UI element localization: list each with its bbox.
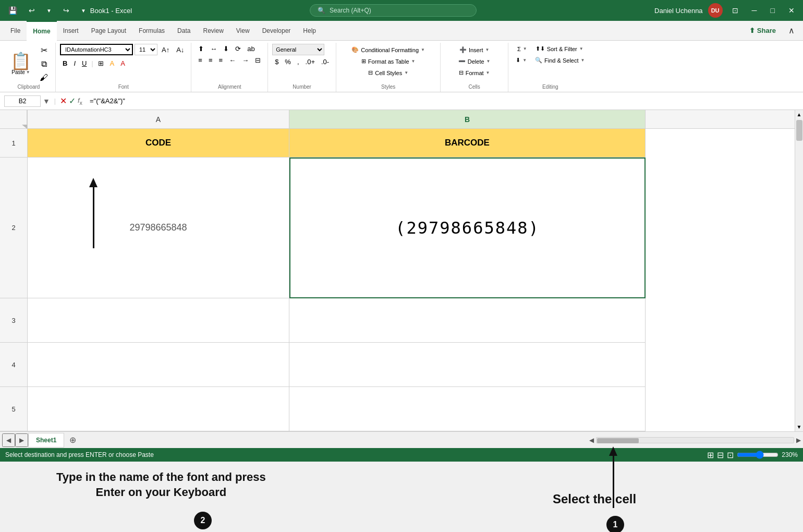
cell-b5[interactable] <box>289 387 646 431</box>
wrap-text-button[interactable]: ab <box>245 44 257 54</box>
user-avatar[interactable]: DU <box>708 3 723 18</box>
cell-b2[interactable]: (29798665848) <box>289 158 646 298</box>
tab-review[interactable]: Review <box>197 21 229 41</box>
align-top-button[interactable]: ⬆ <box>196 44 206 54</box>
align-right-button[interactable]: ≡ <box>216 55 226 65</box>
cell-styles-button[interactable]: ⊟ Cell Styles ▼ <box>365 68 411 78</box>
undo-dropdown[interactable]: ▼ <box>42 6 56 16</box>
redo-button[interactable]: ↪ <box>59 4 74 17</box>
tab-page-layout[interactable]: Page Layout <box>85 21 132 41</box>
align-center-button[interactable]: ≡ <box>206 55 215 65</box>
tab-data[interactable]: Data <box>171 21 197 41</box>
close-button[interactable]: ✕ <box>784 4 799 17</box>
page-break-view-button[interactable]: ⊡ <box>727 450 734 460</box>
format-painter-button[interactable]: 🖌 <box>36 71 51 84</box>
tab-view[interactable]: View <box>230 21 256 41</box>
align-left-button[interactable]: ≡ <box>196 55 205 65</box>
font-name-select[interactable]: IDAutomationHC3 <box>60 44 133 55</box>
save-button[interactable]: 💾 <box>4 4 21 17</box>
row-header-1[interactable]: 1 <box>0 129 27 158</box>
tab-developer[interactable]: Developer <box>256 21 297 41</box>
cell-a5[interactable] <box>28 387 289 431</box>
row-header-4[interactable]: 4 <box>0 343 27 387</box>
ribbon-display-options[interactable]: ⊡ <box>728 4 743 17</box>
cell-b4[interactable] <box>289 343 646 387</box>
row-header-3[interactable]: 3 <box>0 298 27 343</box>
cell-a2[interactable]: 29798665848 <box>28 158 289 298</box>
borders-button[interactable]: ⊞ <box>95 58 106 68</box>
tab-home[interactable]: Home <box>27 21 56 41</box>
h-scroll-thumb[interactable] <box>597 438 639 443</box>
tab-file[interactable]: File <box>4 21 27 41</box>
font-grow-button[interactable]: A↑ <box>159 45 172 55</box>
cell-b1[interactable]: BARCODE <box>289 129 646 158</box>
font-color-button[interactable]: A <box>118 58 128 68</box>
text-angle-button[interactable]: ⟳ <box>233 44 244 54</box>
number-format-select[interactable]: General <box>272 44 324 55</box>
tab-insert[interactable]: Insert <box>57 21 85 41</box>
horizontal-scrollbar[interactable] <box>596 437 794 443</box>
bold-button[interactable]: B <box>60 58 70 68</box>
currency-button[interactable]: $ <box>272 57 281 67</box>
delete-cells-button[interactable]: ➖ Delete ▼ <box>455 56 494 66</box>
cut-button[interactable]: ✂ <box>36 44 51 57</box>
cell-a3[interactable] <box>28 298 289 343</box>
sheet-left-nav[interactable]: ◀ <box>2 433 15 447</box>
insert-cells-button[interactable]: ➕ Insert ▼ <box>456 45 492 55</box>
cancel-formula-button[interactable]: ✕ <box>60 96 67 106</box>
formula-input[interactable] <box>87 95 799 106</box>
decrease-decimal-button[interactable]: .0- <box>319 57 332 67</box>
paste-dropdown-arrow[interactable]: ▼ <box>26 70 30 75</box>
row-header-2[interactable]: 2 <box>0 158 27 298</box>
col-header-a[interactable]: A <box>28 110 289 128</box>
format-cells-button[interactable]: ⊟ Format ▼ <box>456 68 493 78</box>
tab-help[interactable]: Help <box>297 21 322 41</box>
col-header-b[interactable]: B <box>289 110 646 128</box>
fill-color-button[interactable]: A <box>107 58 117 68</box>
h-scroll-left[interactable]: ◀ <box>589 437 594 444</box>
comma-button[interactable]: , <box>295 57 302 67</box>
paste-button[interactable]: 📋 Paste ▼ <box>6 51 35 77</box>
sort-filter-button[interactable]: ⬆⬇ Sort & Filter ▼ <box>532 44 587 54</box>
scroll-up-button[interactable]: ▲ <box>795 110 803 119</box>
add-sheet-button[interactable]: ⊕ <box>65 433 80 447</box>
search-box[interactable]: 🔍 Search (Alt+Q) <box>310 4 477 17</box>
zoom-slider[interactable] <box>737 451 778 459</box>
increase-indent-button[interactable]: → <box>239 55 251 65</box>
customize-qat[interactable]: ▼ <box>77 6 90 16</box>
normal-view-button[interactable]: ⊞ <box>707 450 714 460</box>
increase-decimal-button[interactable]: .0+ <box>303 57 318 67</box>
restore-button[interactable]: □ <box>766 4 779 17</box>
sheet-right-nav[interactable]: ▶ <box>15 433 28 447</box>
italic-button[interactable]: I <box>71 58 78 68</box>
h-scroll-right[interactable]: ▶ <box>796 437 801 444</box>
undo-button[interactable]: ↩ <box>25 4 39 17</box>
font-size-select[interactable]: 11 <box>135 44 157 55</box>
ribbon-collapse[interactable]: ∧ <box>784 23 799 38</box>
confirm-formula-button[interactable]: ✓ <box>69 96 76 106</box>
page-layout-view-button[interactable]: ⊟ <box>717 450 724 460</box>
row-header-5[interactable]: 5 <box>0 387 27 431</box>
copy-button[interactable]: ⧉ <box>36 58 51 70</box>
align-bottom-button[interactable]: ⬇ <box>221 44 232 54</box>
underline-button[interactable]: U <box>79 58 89 68</box>
format-as-table-button[interactable]: ⊞ Format as Table ▼ <box>358 56 419 66</box>
find-select-button[interactable]: 🔍 Find & Select ▼ <box>532 55 588 65</box>
cell-a4[interactable] <box>28 343 289 387</box>
sheet-tab-sheet1[interactable]: Sheet1 <box>28 433 64 448</box>
share-button[interactable]: ⬆ Share <box>745 25 780 37</box>
minimize-button[interactable]: ─ <box>748 4 761 17</box>
font-shrink-button[interactable]: A↓ <box>174 45 187 55</box>
decrease-indent-button[interactable]: ← <box>226 55 238 65</box>
vertical-scrollbar[interactable]: ▲ ▼ <box>795 110 803 431</box>
fill-button[interactable]: ⬇ ▼ <box>513 55 530 65</box>
autosum-button[interactable]: Σ ▼ <box>514 44 530 54</box>
align-middle-button[interactable]: ↔ <box>208 44 220 54</box>
cell-reference-input[interactable] <box>4 95 41 107</box>
tab-formulas[interactable]: Formulas <box>132 21 171 41</box>
merge-center-button[interactable]: ⊟ <box>252 55 263 65</box>
scroll-thumb[interactable] <box>796 120 802 141</box>
cell-ref-dropdown[interactable]: ▼ <box>43 97 50 105</box>
conditional-formatting-button[interactable]: 🎨 Conditional Formatting ▼ <box>348 45 428 55</box>
scroll-down-button[interactable]: ▼ <box>795 422 803 431</box>
